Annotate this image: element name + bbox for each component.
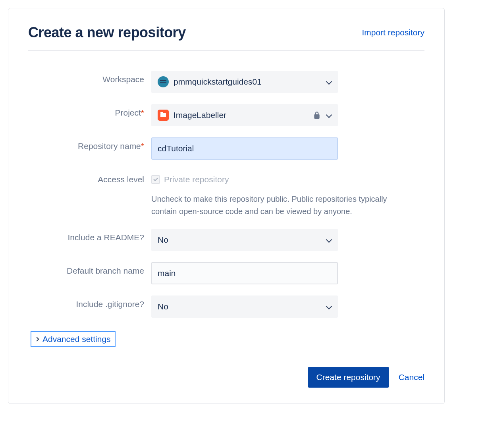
gitignore-select[interactable]: No [151, 295, 338, 318]
workspace-value: pmmquickstartguides01 [174, 77, 262, 87]
repo-name-input[interactable] [151, 137, 338, 160]
branch-label: Default branch name [28, 262, 151, 276]
workspace-row: Workspace pmmquickstartguides01 [28, 71, 424, 93]
project-folder-icon [158, 110, 169, 121]
project-row: Project* ImageLabeller [28, 104, 424, 126]
gitignore-row: Include .gitignore? No [28, 295, 424, 318]
gitignore-label: Include .gitignore? [28, 295, 151, 309]
access-row: Access level Private repository Uncheck … [28, 171, 424, 218]
chevron-down-icon [327, 238, 332, 242]
workspace-avatar-icon [158, 76, 169, 87]
readme-value: No [158, 235, 168, 245]
project-select[interactable]: ImageLabeller [151, 104, 338, 126]
chevron-down-icon [327, 304, 332, 309]
advanced-settings-label: Advanced settings [42, 334, 111, 344]
private-checkbox[interactable] [151, 175, 160, 184]
workspace-label: Workspace [28, 71, 151, 84]
readme-row: Include a README? No [28, 229, 424, 251]
branch-name-input[interactable] [151, 262, 338, 284]
workspace-select[interactable]: pmmquickstartguides01 [151, 71, 338, 93]
header-row: Create a new repository Import repositor… [28, 24, 424, 51]
access-label: Access level [28, 171, 151, 184]
actions-row: Create repository Cancel [28, 367, 424, 388]
readme-label: Include a README? [28, 229, 151, 242]
advanced-settings-row: Advanced settings [28, 329, 424, 347]
chevron-down-icon [327, 113, 332, 118]
project-label: Project* [28, 104, 151, 118]
branch-row: Default branch name [28, 262, 424, 284]
create-repository-button[interactable]: Create repository [308, 367, 389, 388]
chevron-right-icon [35, 337, 39, 341]
check-icon [153, 177, 158, 181]
advanced-settings-toggle[interactable]: Advanced settings [31, 331, 116, 347]
cancel-button[interactable]: Cancel [399, 373, 424, 382]
readme-select[interactable]: No [151, 229, 338, 251]
repo-name-label: Repository name* [28, 137, 151, 151]
private-checkbox-label: Private repository [164, 175, 229, 184]
page-title: Create a new repository [28, 24, 186, 41]
repo-name-row: Repository name* [28, 137, 424, 160]
chevron-down-icon [327, 79, 332, 84]
lock-icon [313, 111, 320, 119]
access-help-text: Uncheck to make this repository public. … [151, 193, 405, 218]
project-value: ImageLabeller [174, 110, 226, 120]
import-repository-link[interactable]: Import repository [362, 28, 424, 37]
create-repo-panel: Create a new repository Import repositor… [8, 8, 445, 404]
gitignore-value: No [158, 302, 168, 311]
